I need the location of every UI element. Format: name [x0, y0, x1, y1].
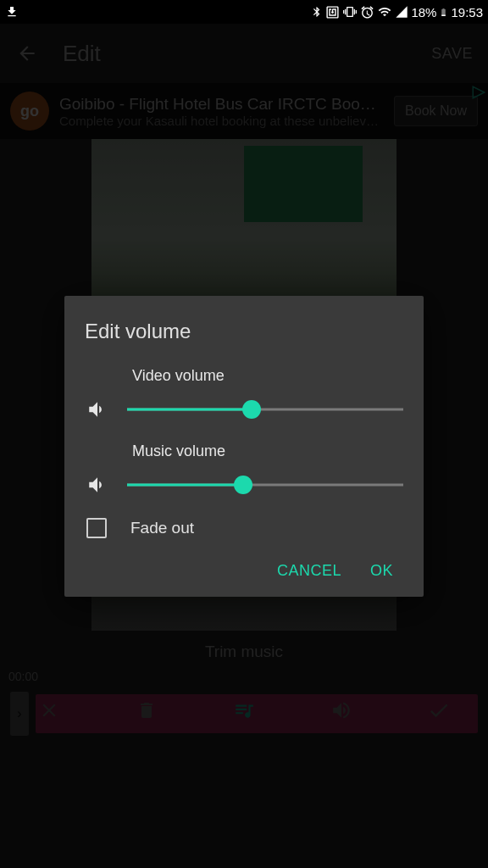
- music-volume-label: Music volume: [132, 442, 403, 460]
- vibrate-icon: [342, 5, 358, 19]
- bluetooth-icon: [311, 5, 323, 19]
- speaker-icon: [85, 474, 110, 496]
- dialog-title: Edit volume: [85, 320, 403, 343]
- edit-volume-dialog: Edit volume Video volume Music volume: [64, 296, 424, 597]
- speaker-icon: [85, 398, 110, 420]
- battery-icon: [439, 5, 448, 19]
- download-icon: [5, 5, 19, 19]
- nfc-icon: [325, 5, 340, 19]
- clock-text: 19:53: [451, 5, 483, 19]
- fade-out-label: Fade out: [130, 519, 194, 537]
- music-volume-slider[interactable]: [127, 475, 403, 495]
- status-bar: 18% 19:53: [0, 0, 488, 24]
- signal-icon: [395, 5, 408, 19]
- wifi-icon: [377, 5, 392, 19]
- video-volume-label: Video volume: [132, 367, 403, 385]
- ok-button[interactable]: OK: [370, 562, 393, 580]
- video-volume-slider[interactable]: [127, 399, 403, 420]
- fade-out-checkbox[interactable]: [86, 518, 107, 538]
- alarm-icon: [360, 5, 374, 19]
- modal-overlay[interactable]: Edit volume Video volume Music volume: [0, 24, 488, 868]
- cancel-button[interactable]: CANCEL: [277, 562, 341, 580]
- battery-text: 18%: [411, 5, 436, 19]
